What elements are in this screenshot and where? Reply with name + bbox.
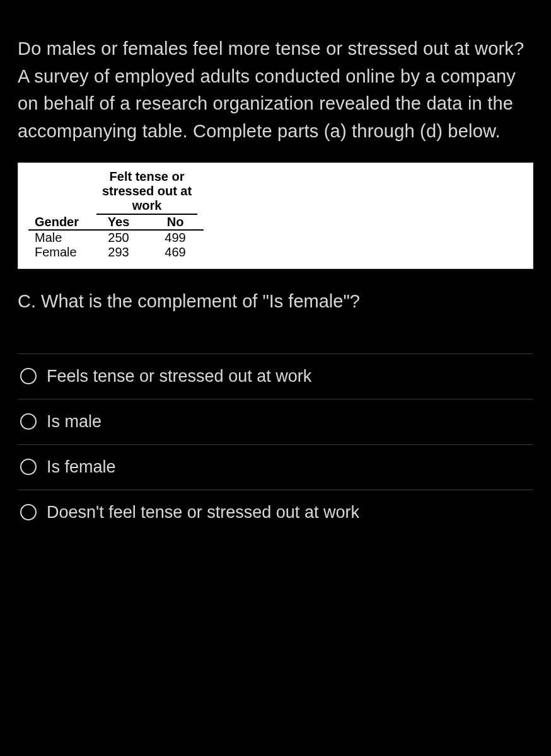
radio-icon: [20, 504, 37, 520]
table-cell: 250: [90, 230, 147, 245]
option-row[interactable]: Is female: [18, 444, 533, 490]
table-col-no: No: [147, 215, 204, 230]
option-label: Doesn't feel tense or stressed out at wo…: [47, 503, 359, 522]
table-cell: 469: [147, 245, 204, 260]
options-list: Feels tense or stressed out at work Is m…: [18, 353, 533, 535]
option-label: Is female: [47, 457, 116, 477]
question-text: Do males or females feel more tense or s…: [18, 35, 533, 145]
part-question: C. What is the complement of "Is female"…: [18, 288, 533, 316]
table-cell: 499: [147, 230, 204, 245]
data-table-container: Felt tense or stressed out at work Gende…: [18, 163, 533, 269]
table-row-header: Gender: [28, 215, 90, 230]
option-row[interactable]: Feels tense or stressed out at work: [18, 353, 533, 399]
table-super-header: Felt tense or stressed out at work: [90, 169, 204, 215]
table-cell: 293: [90, 245, 147, 260]
option-row[interactable]: Doesn't feel tense or stressed out at wo…: [18, 490, 533, 535]
data-table: Felt tense or stressed out at work Gende…: [28, 169, 204, 260]
radio-icon: [20, 413, 37, 430]
option-row[interactable]: Is male: [18, 399, 533, 444]
table-row-label: Male: [28, 230, 90, 245]
radio-icon: [20, 368, 37, 384]
option-label: Is male: [47, 412, 102, 432]
table-col-yes: Yes: [90, 215, 147, 230]
table-row-label: Female: [28, 245, 90, 260]
option-label: Feels tense or stressed out at work: [47, 367, 311, 386]
radio-icon: [20, 459, 37, 475]
